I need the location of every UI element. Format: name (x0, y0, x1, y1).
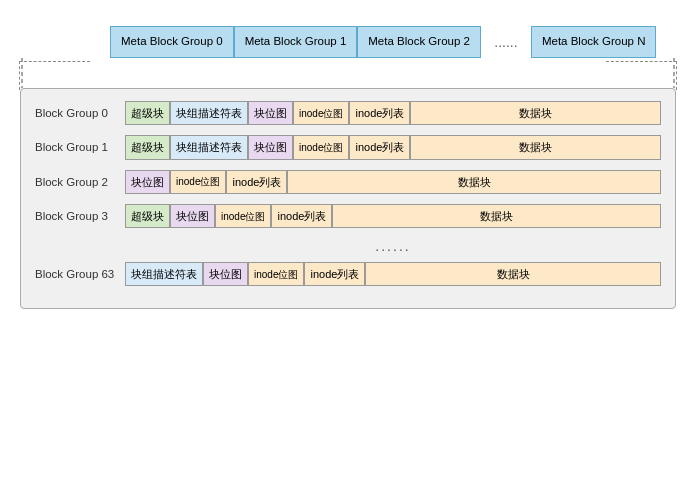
meta-block-4: Meta Block Group N (531, 26, 657, 58)
block-group-63: Block Group 63块组描述符表块位图inode位图inode列表数据块 (35, 262, 661, 286)
blocks-container: 块位图inode位图inode列表数据块 (125, 170, 661, 194)
block-cell-0: 超级块 (125, 204, 170, 228)
block-cell-1: 块组描述符表 (170, 135, 248, 159)
block-group-label: Block Group 2 (35, 176, 125, 188)
block-cell-3: 数据块 (287, 170, 661, 194)
block-group-row: Block Group 63块组描述符表块位图inode位图inode列表数据块 (35, 262, 661, 286)
block-cell-3: inode列表 (304, 262, 365, 286)
block-group-row: Block Group 0超级块块组描述符表块位图inode位图inode列表数… (35, 101, 661, 125)
block-cell-5: 数据块 (410, 135, 661, 159)
block-group-label: Block Group 3 (35, 210, 125, 222)
meta-block-1: Meta Block Group 1 (234, 26, 358, 58)
block-group-label: Block Group 0 (35, 107, 125, 119)
block-cell-1: 块位图 (203, 262, 248, 286)
main-container: Block Group 0超级块块组描述符表块位图inode位图inode列表数… (20, 88, 676, 309)
block-cell-2: 块位图 (248, 101, 293, 125)
block-cell-0: 超级块 (125, 135, 170, 159)
blocks-container: 超级块块组描述符表块位图inode位图inode列表数据块 (125, 101, 661, 125)
block-cell-3: inode位图 (293, 135, 349, 159)
blocks-container: 超级块块组描述符表块位图inode位图inode列表数据块 (125, 135, 661, 159)
block-cell-4: inode列表 (349, 101, 410, 125)
meta-block-2: Meta Block Group 2 (357, 26, 481, 58)
block-cell-0: 块位图 (125, 170, 170, 194)
block-cell-2: 块位图 (248, 135, 293, 159)
block-cell-1: inode位图 (170, 170, 226, 194)
block-cell-3: inode位图 (293, 101, 349, 125)
page: Meta Block Group 0Meta Block Group 1Meta… (0, 0, 696, 500)
blocks-container: 块组描述符表块位图inode位图inode列表数据块 (125, 262, 661, 286)
block-cell-0: 块组描述符表 (125, 262, 203, 286)
block-group-label: Block Group 63 (35, 268, 125, 280)
blocks-container: 超级块块位图inode位图inode列表数据块 (125, 204, 661, 228)
block-cell-0: 超级块 (125, 101, 170, 125)
block-group-label: Block Group 1 (35, 141, 125, 153)
block-group-row: Block Group 1超级块块组描述符表块位图inode位图inode列表数… (35, 135, 661, 159)
block-groups-container: Block Group 0超级块块组描述符表块位图inode位图inode列表数… (35, 101, 661, 228)
meta-block-0: Meta Block Group 0 (110, 26, 234, 58)
block-cell-2: inode位图 (248, 262, 304, 286)
block-cell-2: inode列表 (226, 170, 287, 194)
block-group-row: Block Group 3超级块块位图inode位图inode列表数据块 (35, 204, 661, 228)
block-cell-2: inode位图 (215, 204, 271, 228)
block-cell-1: 块组描述符表 (170, 101, 248, 125)
block-cell-4: 数据块 (332, 204, 661, 228)
meta-block-3: ...... (481, 26, 531, 58)
ellipsis-separator: ...... (125, 238, 661, 254)
block-group-row: Block Group 2块位图inode位图inode列表数据块 (35, 170, 661, 194)
block-cell-4: inode列表 (349, 135, 410, 159)
block-cell-5: 数据块 (410, 101, 661, 125)
connector-lines (20, 58, 676, 88)
block-cell-4: 数据块 (365, 262, 661, 286)
block-cell-3: inode列表 (271, 204, 332, 228)
block-cell-1: 块位图 (170, 204, 215, 228)
